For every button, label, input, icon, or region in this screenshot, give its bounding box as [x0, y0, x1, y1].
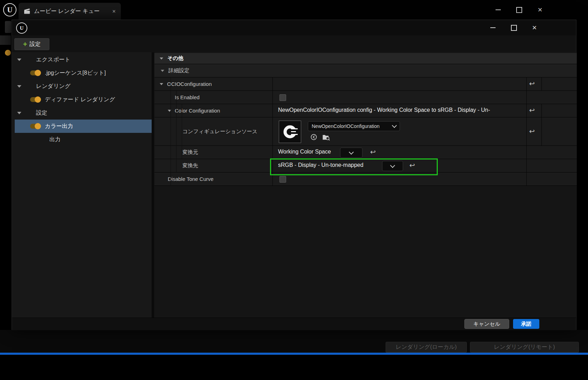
collapse-triangle-icon[interactable]	[161, 70, 164, 72]
clapperboard-icon	[23, 8, 30, 14]
section-header-other[interactable]: その他	[154, 53, 577, 64]
tree-item-label: .jpgシーケンス[8ビット]	[45, 69, 106, 77]
column-divider	[541, 77, 542, 90]
column-divider	[526, 104, 527, 117]
dialog-toolbar: + 設定 未保存のコンフィグ* ▾	[12, 35, 576, 53]
reset-to-default-icon[interactable]: ↩	[529, 80, 535, 87]
close-icon: ✕	[538, 6, 542, 14]
ocio-logo-icon	[282, 124, 298, 140]
disable-tone-curve-label: Disable Tone Curve	[168, 176, 214, 182]
configuration-source-value: NewOpenColorIOConfiguration	[308, 123, 383, 129]
render-remote-button[interactable]: レンダリング(リモート)	[470, 342, 579, 353]
window-minimize-button[interactable]	[490, 0, 506, 20]
dialog-titlebar: U ✕	[12, 20, 576, 35]
window-close-button[interactable]: ✕	[532, 0, 548, 20]
window-bottom-accent	[0, 353, 588, 355]
chevron-down-icon	[390, 163, 395, 168]
cancel-button[interactable]: キャンセル	[464, 319, 509, 329]
render-local-label: レンダリング(ローカル)	[396, 344, 457, 351]
column-divider	[526, 77, 527, 90]
row-configuration-source[interactable]: コンフィギュレーションソース NewOpenColorIOConfigurati	[154, 117, 577, 146]
column-divider	[526, 146, 527, 159]
configuration-source-dropdown[interactable]: NewOpenColorIOConfiguration	[308, 121, 400, 131]
tree-item-jpg-sequence[interactable]: .jpgシーケンス[8ビット]	[12, 66, 152, 80]
destination-reset-icon[interactable]: ↩	[409, 162, 415, 169]
section-header-advanced[interactable]: 詳細設定	[154, 64, 577, 77]
minimize-icon	[496, 9, 501, 10]
row-destination-color-space[interactable]: 変換先 sRGB - Display - Un-tone-mapped ↩	[154, 159, 577, 172]
dialog-minimize-button[interactable]	[485, 20, 501, 35]
destination-value: sRGB - Display - Un-tone-mapped	[278, 162, 364, 168]
source-dropdown-button[interactable]	[340, 148, 362, 158]
tree-item-output[interactable]: 出力	[12, 133, 152, 146]
expand-triangle-icon[interactable]	[17, 112, 21, 114]
settings-dialog: U ✕ + 設定 未保存のコンフィグ* ▾ エクスポート	[12, 20, 576, 330]
window-maximize-button[interactable]	[511, 0, 527, 20]
color-configuration-value: NewOpenColorIOConfiguration config - Wor…	[278, 107, 523, 113]
browse-asset-icon[interactable]	[322, 134, 330, 141]
accept-label: 承諾	[521, 321, 532, 327]
indent-guide	[182, 104, 182, 159]
section-other-label: その他	[167, 55, 184, 62]
expand-triangle-icon[interactable]	[17, 85, 21, 88]
row-is-enabled[interactable]: Is Enabled	[154, 91, 577, 104]
occluded-panel-fragment	[0, 35, 11, 45]
color-output-toggle[interactable]	[30, 124, 41, 129]
dialog-maximize-button[interactable]	[506, 20, 522, 35]
render-local-button[interactable]: レンダリング(ローカル)	[386, 342, 467, 353]
chevron-down-icon	[392, 123, 397, 128]
column-divider	[272, 159, 273, 172]
tree-item-color-output[interactable]: カラー出力	[15, 120, 152, 133]
column-divider	[541, 117, 542, 145]
cancel-label: キャンセル	[473, 321, 500, 327]
maximize-icon	[511, 25, 517, 31]
expand-triangle-icon[interactable]	[17, 59, 21, 61]
reset-to-default-icon[interactable]: ↩	[529, 128, 535, 135]
chevron-down-icon	[349, 149, 354, 154]
screen: U ムービー レンダー キュー ✕ ✕ レンダリング(ローカル) レンダリング(…	[0, 0, 588, 380]
tree-item-export[interactable]: エクスポート	[12, 53, 152, 66]
tab-movie-render-queue[interactable]: ムービー レンダー キュー ✕	[19, 3, 121, 20]
tree-item-rendering[interactable]: レンダリング	[12, 80, 152, 93]
column-divider	[526, 159, 527, 172]
tree-item-label: 設定	[36, 109, 47, 117]
row-disable-tone-curve[interactable]: Disable Tone Curve	[154, 172, 577, 186]
source-reset-icon[interactable]: ↩	[370, 149, 376, 155]
column-divider	[272, 104, 273, 117]
column-divider	[272, 91, 273, 104]
tab-title: ムービー レンダー キュー	[34, 8, 100, 15]
use-selected-asset-icon[interactable]	[310, 134, 317, 141]
row-source-color-space[interactable]: 変換元 Working Color Space ↩	[154, 146, 577, 159]
row-ocio-configuration[interactable]: OCIOConfiguration ↩	[154, 77, 577, 91]
indent-guide	[171, 77, 171, 186]
accept-button[interactable]: 承諾	[513, 319, 539, 329]
collapse-triangle-icon[interactable]	[160, 83, 163, 85]
is-enabled-label: Is Enabled	[175, 94, 200, 100]
disable-tone-curve-checkbox[interactable]	[279, 176, 286, 183]
add-setting-button[interactable]: + 設定	[14, 38, 49, 50]
destination-dropdown-button[interactable]	[382, 161, 403, 171]
jpg-sequence-toggle[interactable]	[30, 70, 41, 75]
tree-item-settings[interactable]: 設定	[12, 106, 152, 120]
deferred-rendering-toggle[interactable]	[30, 97, 41, 102]
column-divider	[272, 117, 273, 145]
render-remote-label: レンダリング(リモート)	[494, 344, 555, 351]
reset-to-default-icon[interactable]: ↩	[529, 107, 535, 114]
dialog-close-button[interactable]: ✕	[526, 20, 542, 35]
occluded-toggle-fragment	[5, 50, 11, 56]
dialog-footer: キャンセル 承諾	[12, 318, 576, 330]
ocio-asset-thumbnail[interactable]	[279, 121, 301, 143]
occluded-toolbar-fragment	[5, 21, 11, 33]
asset-tools	[310, 134, 330, 141]
tree-item-label: ディファード レンダリング	[45, 96, 115, 103]
column-divider	[272, 146, 273, 159]
configuration-source-label: コンフィギュレーションソース	[182, 128, 257, 135]
minimize-icon	[490, 27, 496, 28]
tree-item-deferred-rendering[interactable]: ディファード レンダリング	[12, 93, 152, 106]
tree-item-label: エクスポート	[36, 56, 70, 63]
unreal-logo-icon: U	[3, 3, 16, 16]
row-color-configuration[interactable]: Color Configuration NewOpenColorIOConfig…	[154, 104, 577, 117]
is-enabled-checkbox[interactable]	[279, 94, 286, 101]
tab-close-icon[interactable]: ✕	[112, 9, 116, 14]
collapse-triangle-icon[interactable]	[160, 57, 163, 60]
